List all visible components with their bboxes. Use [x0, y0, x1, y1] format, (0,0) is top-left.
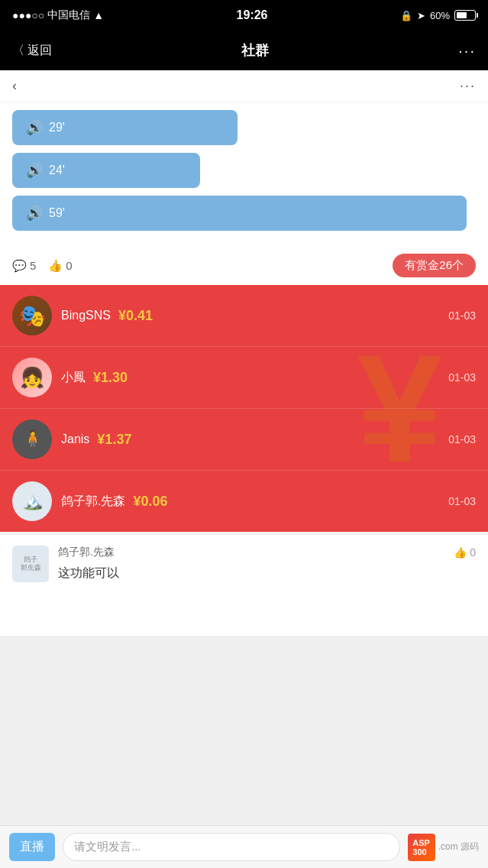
voice-message-3[interactable]: 🔊 59': [12, 196, 467, 231]
nav-more-button[interactable]: ···: [458, 42, 476, 60]
back-chevron: 〈: [12, 43, 24, 59]
like-button[interactable]: 👍 0: [48, 259, 72, 273]
avatar-2: 👧: [12, 358, 52, 397]
person-icon: 🧍: [22, 429, 43, 449]
signal-dots: ●●●○○: [12, 9, 44, 21]
live-button[interactable]: 直播: [9, 833, 55, 861]
recipient-amount-3: ¥1.37: [97, 432, 131, 448]
recipient-amount-4: ¥0.06: [133, 494, 167, 510]
recipient-info-2: 小鳳 ¥1.30: [61, 370, 448, 386]
recipient-info-1: BingSNS ¥0.41: [61, 308, 448, 324]
comment-count: 5: [30, 259, 36, 272]
carrier-label: 中国电信: [47, 8, 90, 22]
battery-percent: 60%: [430, 10, 450, 21]
name-amount-row-3: Janis ¥1.37: [61, 432, 448, 448]
recipient-row-1[interactable]: 🎭 BingSNS ¥0.41 01-03: [0, 285, 488, 347]
recipient-row-3[interactable]: 🧍 Janis ¥1.37 01-03: [0, 409, 488, 471]
reward-badge[interactable]: 有赏金26个: [393, 254, 476, 277]
time-display: 19:26: [237, 8, 268, 22]
action-left: 💬 5 👍 0: [12, 259, 73, 273]
avatar-4: 🏔️: [12, 481, 52, 521]
voice-duration-3: 59': [49, 206, 65, 220]
message-input[interactable]: 请文明发言...: [63, 833, 400, 861]
speaker-icon-1: 🔊: [26, 119, 43, 136]
anime-icon: 👧: [20, 366, 44, 390]
mask-icon: 🎭: [19, 303, 46, 329]
back-button[interactable]: 〈 返回: [12, 43, 52, 59]
recipient-date-1: 01-03: [448, 309, 476, 322]
reward-label: 有赏金26个: [405, 258, 464, 271]
voice-message-1[interactable]: 🔊 29': [12, 110, 238, 145]
comment-content: 鸽子郭.先森 👍 0 这功能可以: [58, 546, 476, 582]
recipient-name-1: BingSNS: [61, 309, 111, 322]
back-label: 返回: [27, 43, 52, 59]
comment-like-count: 0: [470, 546, 476, 559]
watermark-text: ASP300: [412, 838, 430, 857]
nav-title: 社群: [241, 41, 269, 60]
comment-button[interactable]: 💬 5: [12, 259, 36, 273]
comment-like-button[interactable]: 👍 0: [454, 546, 476, 559]
recipient-amount-2: ¥1.30: [93, 370, 128, 386]
sub-nav-back-button[interactable]: ‹: [12, 78, 17, 94]
action-bar: 💬 5 👍 0 有赏金26个: [0, 246, 488, 285]
lock-icon: 🔒: [400, 10, 412, 21]
comment-icon: 💬: [12, 259, 27, 273]
comment-avatar: 鸽子郭先森: [12, 546, 49, 582]
recipient-row-4[interactable]: 🏔️ 鸽子郭.先森 ¥0.06 01-03: [0, 471, 488, 532]
name-amount-row-4: 鸽子郭.先森 ¥0.06: [61, 494, 448, 510]
voice-messages-container: 🔊 29' 🔊 24' 🔊 59': [0, 102, 488, 246]
comment-username: 鸽子郭.先森: [58, 546, 115, 559]
like-icon: 👍: [454, 546, 467, 559]
sub-nav: ‹ ···: [0, 70, 488, 102]
name-amount-row-1: BingSNS ¥0.41: [61, 308, 448, 324]
status-left: ●●●○○ 中国电信 ▲: [12, 8, 104, 22]
recipient-name-3: Janis: [61, 432, 89, 446]
voice-duration-1: 29': [49, 121, 65, 134]
recipient-info-4: 鸽子郭.先森 ¥0.06: [61, 494, 448, 510]
speaker-icon-3: 🔊: [26, 205, 43, 222]
voice-duration-2: 24': [49, 164, 65, 177]
recipient-info-3: Janis ¥1.37: [61, 432, 448, 448]
watermark: ASP300 .com 源码: [408, 834, 479, 861]
recipient-name-2: 小鳳: [61, 370, 86, 386]
location-icon: ➤: [417, 10, 425, 21]
comment-avatar-label: 鸽子郭先森: [21, 555, 41, 572]
speaker-icon-2: 🔊: [26, 162, 43, 179]
red-packet-section: ¥ 🎭 BingSNS ¥0.41 01-03 👧 小鳳 ¥1.3: [0, 285, 488, 532]
voice-message-2[interactable]: 🔊 24': [12, 153, 200, 188]
recipient-name-4: 鸽子郭.先森: [61, 494, 125, 510]
nav-bar: 〈 返回 社群 ···: [0, 31, 488, 70]
like-count: 0: [66, 259, 72, 272]
watermark-logo: ASP300: [408, 834, 435, 861]
input-placeholder: 请文明发言...: [74, 840, 141, 853]
recipient-date-4: 01-03: [448, 495, 476, 507]
thumb-icon: 👍: [48, 259, 63, 273]
sub-nav-more-button[interactable]: ···: [460, 78, 476, 94]
main-content: ‹ ··· 🔊 29' 🔊 24' 🔊 59' 💬 5 👍 0: [0, 70, 488, 636]
comment-section: 鸽子郭先森 鸽子郭.先森 👍 0 这功能可以: [0, 532, 488, 593]
status-right: 🔒 ➤ 60%: [400, 10, 476, 21]
status-bar: ●●●○○ 中国电信 ▲ 19:26 🔒 ➤ 60%: [0, 0, 488, 31]
recipient-date-2: 01-03: [448, 371, 476, 384]
nature-icon: 🏔️: [22, 491, 43, 511]
avatar-3: 🧍: [12, 419, 52, 459]
recipient-row-2[interactable]: 👧 小鳳 ¥1.30 01-03: [0, 347, 488, 409]
comment-header: 鸽子郭.先森 👍 0: [58, 546, 476, 559]
wifi-icon: ▲: [93, 9, 104, 21]
name-amount-row-2: 小鳳 ¥1.30: [61, 370, 448, 386]
comment-text: 这功能可以: [58, 564, 476, 582]
watermark-sub: .com 源码: [438, 840, 479, 853]
recipient-date-3: 01-03: [448, 433, 476, 445]
avatar-1: 🎭: [12, 296, 52, 335]
bottom-bar: 直播 请文明发言... ASP300 .com 源码: [0, 825, 488, 868]
battery-icon: [454, 10, 476, 21]
recipient-amount-1: ¥0.41: [118, 308, 153, 324]
